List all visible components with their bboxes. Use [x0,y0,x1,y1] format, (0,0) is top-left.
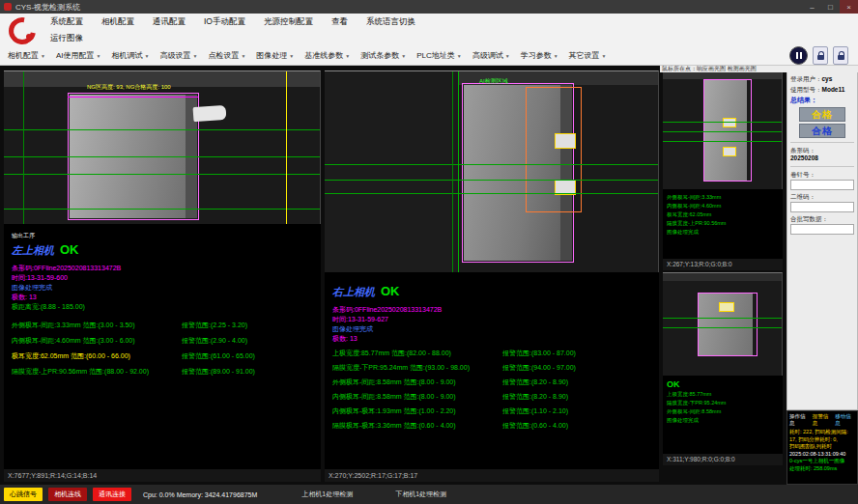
toolbar-tab-advanced-debug[interactable]: 高级调试▼ [471,48,512,63]
measure-value: 隔膜宽度-下PR:95.24mm 范围:(93.00 - 98.00) [332,364,502,372]
window-controls: – □ × [803,0,858,14]
logo-dot-icon [26,34,32,40]
toolbar-tab-camera-debug[interactable]: 相机调试▼ [109,48,151,63]
measure-value: 上极宽度:85.77mm 范围:(82.00 - 88.00) [332,350,502,357]
barcode-row: 条形码： 20250208 [790,147,854,162]
camera-status-ok: OK [60,242,79,257]
status-bar: 心跳信号 相机连线 通讯连接 Cpu: 0.0% Memory: 3424.41… [0,485,858,504]
maximize-button[interactable]: □ [821,0,840,14]
toolbar-tab-spot-check[interactable]: 点检设置▼ [206,48,247,63]
tab-motion-info[interactable]: 移动信息 [835,413,855,427]
qrcode-input[interactable] [790,202,854,212]
toolbar-tab-teststrip-params[interactable]: 测试条参数▼ [358,48,408,63]
camera-name: 左上相机 [12,243,54,258]
measure-value: 内侧极耳-极耳:1.93mm 范围:(1.00 - 2.20) [332,407,502,415]
camera-name: 右上相机 [332,285,375,299]
title-bar: CYS-视觉检测系统 – □ × [0,0,858,14]
pixel-coords-side-2: X:311;Y:980;R:0;G:0;B:0 [663,454,783,465]
panel-barcode-value: 20250208 [790,154,818,161]
toolbar-tab-baseline-params[interactable]: 基准线参数▼ [302,48,352,63]
pole-count-text: 极数: 13 [12,293,313,302]
measure-value: 内侧极耳-间距:4.60mm 范围:(3.00 - 6.00) [12,337,182,345]
info-log-tabs: 操作信息 报警信息 移动信息 [789,413,855,427]
panel-divider [790,142,854,143]
camera-right-result-text: 右上相机 OK 条形码:0FFline2025020813313472B 时间:… [325,272,659,430]
upper-camera-processing-text: 上相机1处理检测 [301,490,353,499]
camera-link-status-badge: 相机连线 [48,488,87,501]
side-camera-image-1[interactable] [663,70,783,189]
measurement-row: 上极宽度:85.77mm 范围:(82.00 - 88.00)报警范围:(83.… [332,350,651,357]
toolbar-tab-camera-config[interactable]: 相机配置▼ [6,48,47,63]
pixel-coords-side-1: X:267;Y:13;R:0;G:0;B:0 [663,259,783,270]
tab-run-image[interactable]: 运行图像 [48,32,85,45]
info-panel: 登录用户：cys 使用型号：Mode11 总结果： 合格 合格 条形码： 202… [786,70,858,485]
measure-value: 内侧极耳-间距:8.58mm 范围:(8.00 - 9.00) [332,393,502,401]
measurement-row: 外侧极耳-间距:8.58mm 范围:(8.00 - 9.00)报警范围:(8.2… [332,378,651,386]
chevron-down-icon: ▼ [345,53,350,59]
menu-item-view[interactable]: 查看 [329,15,350,29]
toolbar-tab-label: 相机调试 [111,50,142,61]
toolbar-tab-image-processing[interactable]: 图像处理▼ [254,48,296,63]
total-result-label: 总结果： [790,97,817,103]
feature-highlight [555,133,576,149]
batch-data-input[interactable] [790,224,854,235]
toolbar-tab-ai-config[interactable]: AI使用配置▼ [54,48,103,63]
toolbar-tab-advanced-settings[interactable]: 高级设置▼ [157,48,199,63]
toolbar-tab-label: 高级设置 [159,50,190,61]
model-label: 使用型号： [790,86,822,93]
measure-value: 外侧极耳-间距:3.33mm 范围:(3.00 - 3.50) [12,322,182,329]
tab-alarm-info[interactable]: 报警信息 [813,413,833,427]
toolbar-tab-label: PLC地址类 [416,50,455,61]
comm-link-status-badge: 通讯连接 [93,488,131,501]
menu-item-io-manual-config[interactable]: IO手动配置 [202,15,247,29]
measurement-row: 内侧极耳-间距:4.60mm 范围:(3.00 - 6.00)报警范围:(2.9… [12,337,313,345]
menu-item-camera-config[interactable]: 相机配置 [100,15,136,29]
processing-status-texts: 上相机1处理检测 下相机1处理检测 [301,490,446,499]
qrcode-label: 二维码： [790,193,815,200]
menu-sub-row: 运行图像 [48,31,85,45]
feature-highlight [719,302,734,312]
pixel-coords-left: X:7677;Y:891;R:14;G:14;B:14 [4,469,321,482]
process-done-text: 图像处理完成 [12,283,313,293]
chevron-down-icon: ▼ [144,53,149,59]
overlay-label-ai: AI检测区域 [479,77,508,86]
toolbar-tab-learning-params[interactable]: 学习参数▼ [519,48,560,63]
cpu-memory-text: Cpu: 0.0% Memory: 3424.41796875M [143,491,257,498]
overlay-label-ng: NG区高度: 93, NG合格高度: 100 [87,83,171,92]
menu-item-system-config[interactable]: 系统配置 [48,15,85,29]
barcode-text: 条形码:0FFline2025020813313472B [332,305,651,315]
measure-line-green [663,131,782,132]
menu-item-light-control-config[interactable]: 光源控制配置 [262,15,315,29]
measurement-row-warning: 极耳宽度:62.05mm 范围:(60.00 - 66.00)报警范围:(61.… [12,352,313,360]
toolbar-tab-plc-address[interactable]: PLC地址类▼ [415,48,464,63]
logo-ring-icon [4,13,42,50]
toolbar-tab-other-settings[interactable]: 其它设置▼ [567,48,609,63]
menu-item-language-switch[interactable]: 系统语言切换 [364,15,417,29]
measure-line-green [663,122,782,123]
log-line: 处理耗时: 258.09ms [789,465,855,473]
menu-item-comm-config[interactable]: 通讯配置 [151,15,187,29]
barcode-text: 条形码:0FFline2025020813313472B [12,264,313,273]
alarm-range: 报警范围:(2.25 - 3.20) [182,322,313,329]
side-camera-status-ok: OK [667,379,779,390]
roll-needle-input[interactable] [790,180,854,190]
minimize-button[interactable]: – [803,0,821,14]
alarm-range: 报警范围:(89.00 - 91.00) [182,368,313,376]
batch-data-label: 合批写数据： [790,215,828,222]
camera-image-right[interactable]: AI检测区域 [325,70,659,272]
camera-title-row: 右上相机 OK [332,284,651,299]
camera-image-left[interactable]: NG区高度: 93, NG合格高度: 100 [4,70,321,224]
total-result-row: 总结果： [790,97,854,104]
close-button[interactable]: × [840,0,858,14]
measurement-rows: 外侧极耳-间距:3.33mm 范围:(3.00 - 3.50)报警范围:(2.2… [12,322,313,376]
side-measure-line: 外侧极耳-间距:3.33mm [667,193,779,202]
tab-operation-info[interactable]: 操作信息 [789,413,810,427]
lock-button-2[interactable] [833,46,848,65]
side-camera-1-text: 外侧极耳-间距:3.33mm 内侧极耳-间距:4.60mm 极耳宽度:62.05… [663,189,783,237]
side-camera-image-2[interactable] [663,272,783,376]
measurement-row: 隔膜宽度-下PR:95.24mm 范围:(93.00 - 98.00)报警范围:… [332,364,651,372]
lock-button-1[interactable] [813,46,828,65]
pixel-coords-right: X:270;Y:2502;R:17;G:17;B:17 [325,469,659,482]
lock-icon [817,55,824,60]
pause-button[interactable] [789,46,808,65]
